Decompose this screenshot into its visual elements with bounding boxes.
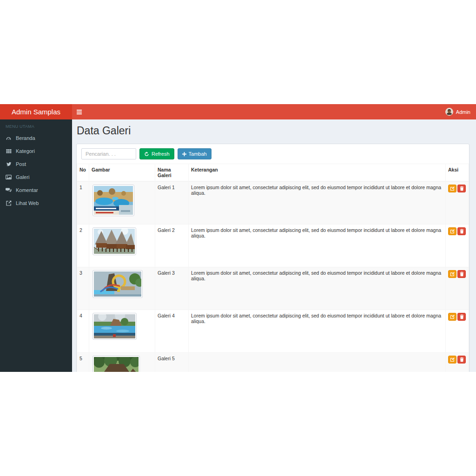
delete-button[interactable]	[457, 313, 466, 321]
edit-button[interactable]	[448, 313, 456, 321]
gallery-table: No Gambar Nama Galeri Keterangan Aksi 1	[77, 164, 469, 372]
sidebar-item-label: Post	[16, 161, 26, 167]
actions-cell	[446, 352, 469, 372]
actions-cell	[446, 181, 469, 224]
gambar-cell	[89, 181, 155, 224]
edit-button[interactable]	[448, 185, 456, 192]
row-number: 5	[77, 352, 89, 372]
gallery-thumbnail[interactable]	[93, 313, 137, 340]
sidebar-item-label: Komentar	[16, 187, 38, 193]
delete-button[interactable]	[457, 270, 466, 278]
header-aksi: Aksi	[446, 164, 469, 182]
refresh-icon	[144, 152, 149, 157]
gambar-cell	[89, 310, 155, 352]
sidebar-item-label: Kategori	[16, 148, 35, 154]
table-row: 2	[77, 224, 469, 267]
gallery-thumbnail[interactable]	[93, 270, 143, 298]
user-avatar-icon	[445, 108, 453, 116]
table-row: 5	[77, 352, 469, 372]
edit-icon	[450, 229, 455, 234]
gallery-name: Galeri 4	[155, 310, 189, 352]
edit-icon	[450, 357, 455, 362]
sidebar-item-kategori[interactable]: Kategori	[0, 145, 72, 158]
header-gambar: Gambar	[89, 164, 155, 182]
admin-app: Admin Samplas	[0, 104, 476, 372]
edit-icon	[450, 314, 455, 319]
gallery-description: Lorem ipsum dolor sit amet, consectetur …	[189, 310, 446, 352]
trash-icon	[459, 271, 464, 277]
gallery-name: Galeri 1	[155, 181, 189, 224]
gallery-description	[189, 352, 446, 372]
sidebar-item-galeri[interactable]: Galeri	[0, 171, 72, 184]
trash-icon	[459, 314, 464, 319]
trash-icon	[459, 229, 464, 234]
table-row: 1	[77, 181, 469, 224]
refresh-button[interactable]: Refresh	[139, 148, 174, 159]
actions-cell	[446, 267, 469, 310]
sidebar-item-lihat-web[interactable]: Lihat Web	[0, 197, 72, 210]
add-button[interactable]: Tambah	[178, 148, 212, 159]
gallery-description: Lorem ipsum dolor sit amet, consectetur …	[189, 267, 446, 310]
user-name-label: Admin	[456, 109, 470, 115]
row-number: 4	[77, 310, 89, 352]
gallery-description: Lorem ipsum dolor sit amet, consectetur …	[189, 181, 446, 224]
bars-icon	[77, 110, 82, 114]
main-content: Data Galeri Refresh Tambah	[72, 119, 476, 372]
gallery-box: Refresh Tambah No Gambar Nama Galeri	[76, 144, 469, 372]
water-slides-image	[94, 271, 141, 297]
row-number: 2	[77, 224, 89, 267]
search-input[interactable]	[81, 148, 136, 159]
row-number: 1	[77, 181, 89, 224]
row-number: 3	[77, 267, 89, 310]
add-label: Tambah	[189, 151, 207, 157]
toolbar: Refresh Tambah	[77, 144, 469, 164]
sidebar-item-label: Galeri	[16, 174, 29, 180]
delete-button[interactable]	[457, 356, 466, 364]
table-row: 4	[77, 310, 469, 352]
edit-icon	[450, 271, 455, 277]
waterpark-aerial-collage-image	[94, 186, 133, 215]
delete-button[interactable]	[457, 185, 466, 192]
delete-button[interactable]	[457, 227, 466, 235]
stilt-cottages-image	[94, 229, 135, 254]
image-icon	[6, 174, 12, 180]
brand-label: Admin Samplas	[12, 108, 60, 116]
brand[interactable]: Admin Samplas	[0, 104, 72, 119]
top-navbar: Admin Samplas	[0, 104, 476, 119]
dashboard-icon	[6, 135, 12, 141]
twitter-icon	[6, 161, 12, 167]
swimming-pool-image	[94, 314, 135, 338]
gambar-cell	[89, 352, 155, 372]
navbar-body: Admin	[72, 104, 476, 119]
gallery-thumbnail[interactable]	[93, 227, 136, 255]
edit-button[interactable]	[448, 270, 456, 278]
external-link-icon	[6, 200, 12, 206]
page-canvas: Admin Samplas	[0, 0, 476, 476]
sidebar-item-post[interactable]: Post	[0, 158, 72, 171]
sidebar-item-beranda[interactable]: Beranda	[0, 132, 72, 145]
gallery-name: Galeri 3	[155, 267, 189, 310]
header-keterangan: Keterangan	[189, 164, 446, 182]
actions-cell	[446, 310, 469, 352]
edit-button[interactable]	[448, 356, 456, 364]
gallery-thumbnail[interactable]	[93, 356, 140, 372]
sidebar-item-komentar[interactable]: Komentar	[0, 184, 72, 197]
gambar-cell	[89, 267, 155, 310]
traditional-pavilion-image	[94, 357, 139, 372]
gallery-description: Lorem ipsum dolor sit amet, consectetur …	[189, 224, 446, 267]
trash-icon	[459, 357, 464, 362]
gallery-thumbnail[interactable]	[93, 185, 134, 216]
header-no: No	[77, 164, 89, 182]
trash-icon	[459, 186, 464, 191]
edit-button[interactable]	[448, 227, 456, 235]
sidebar-section-header: MENU UTAMA	[0, 119, 72, 132]
gallery-name: Galeri 2	[155, 224, 189, 267]
sidebar-toggle-button[interactable]	[72, 104, 86, 119]
page-title: Data Galeri	[77, 125, 469, 137]
user-menu[interactable]: Admin	[440, 104, 476, 119]
gambar-cell	[89, 224, 155, 267]
sidebar-item-label: Lihat Web	[16, 200, 39, 206]
grid-icon	[6, 148, 12, 154]
comments-icon	[6, 187, 12, 193]
table-header-row: No Gambar Nama Galeri Keterangan Aksi	[77, 164, 469, 182]
